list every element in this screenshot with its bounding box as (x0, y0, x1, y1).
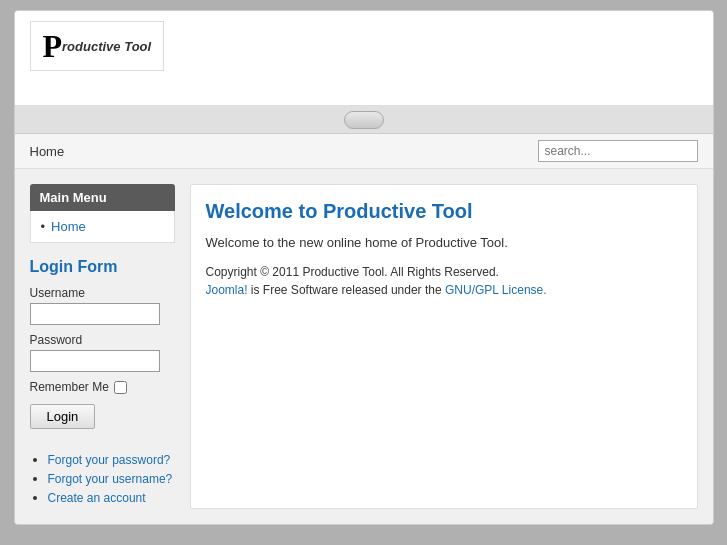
create-account-link[interactable]: Create an account (48, 491, 146, 505)
password-input[interactable] (30, 350, 160, 372)
content-title: Welcome to Productive Tool (206, 200, 682, 223)
joomla-suffix: is Free Software released under the (248, 283, 445, 297)
remember-label: Remember Me (30, 380, 109, 394)
toggle-bar (15, 106, 713, 134)
logo-text: roductive Tool (62, 39, 151, 54)
remember-checkbox[interactable] (114, 381, 127, 394)
sidebar: Main Menu Home Login Form Username Passw… (30, 184, 175, 509)
password-label: Password (30, 333, 175, 347)
header: Productive Tool (15, 11, 713, 106)
search-input[interactable] (538, 140, 698, 162)
nav-bar: Home (15, 134, 713, 169)
logo-p: P (43, 30, 63, 62)
nav-home-link[interactable]: Home (30, 144, 65, 159)
sidebar-extra-links: Forgot your password? Forgot your userna… (30, 452, 175, 505)
username-input[interactable] (30, 303, 160, 325)
toggle-button[interactable] (344, 111, 384, 129)
main-menu-items: Home (30, 211, 175, 243)
content-intro: Welcome to the new online home of Produc… (206, 235, 682, 250)
login-form-title: Login Form (30, 258, 175, 276)
content-area: Welcome to Productive Tool Welcome to th… (190, 184, 698, 509)
forgot-username-link[interactable]: Forgot your username? (48, 472, 173, 486)
remember-row: Remember Me (30, 380, 175, 394)
joomla-link[interactable]: Joomla! (206, 283, 248, 297)
main-menu-header: Main Menu (30, 184, 175, 211)
content-footer: Joomla! is Free Software released under … (206, 283, 682, 297)
forgot-password-link[interactable]: Forgot your password? (48, 453, 171, 467)
main-content: Main Menu Home Login Form Username Passw… (15, 169, 713, 524)
logo-box: Productive Tool (30, 21, 165, 71)
content-copyright: Copyright © 2011 Productive Tool. All Ri… (206, 265, 682, 279)
login-button[interactable]: Login (30, 404, 96, 429)
license-link[interactable]: GNU/GPL License. (445, 283, 547, 297)
sidebar-item-home[interactable]: Home (41, 219, 164, 234)
logo: Productive Tool (43, 32, 152, 57)
username-label: Username (30, 286, 175, 300)
page-wrapper: Productive Tool Home Main Menu Home Logi… (14, 10, 714, 525)
